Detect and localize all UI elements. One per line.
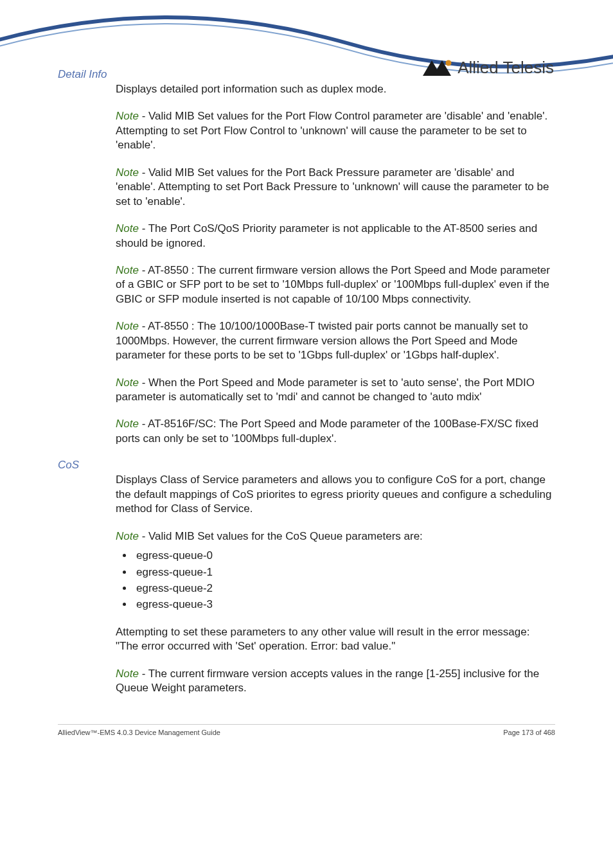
page-footer: AlliedView™-EMS 4.0.3 Device Management … (58, 724, 555, 736)
cos-intro: Displays Class of Service parameters and… (116, 473, 555, 516)
cos-queue-list: egress-queue-0 egress-queue-1 egress-que… (134, 549, 555, 612)
note-block: Note - The Port CoS/QoS Priority paramet… (116, 222, 555, 251)
note-prefix: Note (116, 376, 139, 389)
note-block: Note - Valid MIB Set values for the Port… (116, 109, 555, 152)
note-prefix: Note (116, 222, 139, 235)
note-text: - The current firmware version accepts v… (116, 668, 539, 694)
list-item: egress-queue-1 (134, 565, 555, 580)
note-text: - AT-8550 : The current firmware version… (116, 264, 550, 305)
list-item: egress-queue-0 (134, 549, 555, 563)
cos-attempt-text: Attempting to set these parameters to an… (116, 625, 555, 654)
section-heading-cos: CoS (58, 459, 555, 472)
detail-intro: Displays detailed port information such … (116, 82, 555, 96)
note-text: - The Port CoS/QoS Priority parameter is… (116, 222, 537, 249)
note-text: - Valid MIB Set values for the CoS Queue… (139, 530, 423, 542)
note-prefix: Note (116, 418, 139, 430)
note-prefix: Note (116, 264, 139, 276)
note-block: Note - The current firmware version acce… (116, 667, 555, 696)
note-prefix: Note (116, 530, 139, 542)
note-block: Note - AT-8550 : The current firmware ve… (116, 263, 555, 306)
note-block: Note - When the Port Speed and Mode para… (116, 376, 555, 405)
note-text: - AT-8516F/SC: The Port Speed and Mode p… (116, 418, 538, 444)
footer-right: Page 173 of 468 (503, 729, 555, 736)
list-item: egress-queue-2 (134, 581, 555, 596)
section-heading-detail-info: Detail Info (58, 68, 555, 81)
note-prefix: Note (116, 110, 139, 122)
note-text: - When the Port Speed and Mode parameter… (116, 376, 535, 403)
note-block: Note - Valid MIB Set values for the Port… (116, 166, 555, 209)
list-item: egress-queue-3 (134, 598, 555, 612)
note-prefix: Note (116, 320, 139, 332)
note-block: Note - AT-8516F/SC: The Port Speed and M… (116, 417, 555, 446)
note-text: - AT-8550 : The 10/100/1000Base-T twiste… (116, 320, 528, 361)
note-prefix: Note (116, 166, 139, 179)
note-prefix: Note (116, 668, 139, 680)
note-text: - Valid MIB Set values for the Port Back… (116, 166, 549, 208)
note-block: Note - AT-8550 : The 10/100/1000Base-T t… (116, 319, 555, 362)
note-text: - Valid MIB Set values for the Port Flow… (116, 110, 547, 151)
footer-left: AlliedView™-EMS 4.0.3 Device Management … (58, 729, 220, 736)
note-block: Note - Valid MIB Set values for the CoS … (116, 529, 555, 544)
